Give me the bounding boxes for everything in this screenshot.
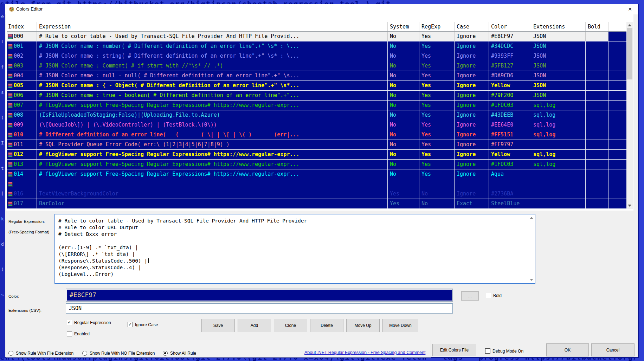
table-row[interactable]: 002# JSON Color name : string( # Differe… xyxy=(7,51,633,61)
row-cell[interactable]: Yes xyxy=(419,81,455,90)
row-cell[interactable]: No xyxy=(388,61,419,71)
row-index-cell[interactable]: 013 xyxy=(7,160,37,169)
row-cell[interactable]: Ignore xyxy=(455,110,489,120)
row-index-cell[interactable]: 004 xyxy=(7,71,37,80)
header-color[interactable]: Color xyxy=(489,22,531,31)
row-index-cell[interactable]: 014 xyxy=(7,169,37,179)
row-cell[interactable]: No xyxy=(388,150,419,159)
textarea-scroll-down-icon[interactable] xyxy=(530,279,533,281)
row-cell[interactable]: No xyxy=(388,140,419,149)
row-cell[interactable]: # JSON Color name : true - boolean( # Di… xyxy=(37,91,388,100)
row-cell[interactable]: Ignore xyxy=(455,61,489,71)
row-cell[interactable]: JSON xyxy=(531,51,586,61)
row-cell[interactable]: Ignore xyxy=(455,81,489,90)
row-cell[interactable]: JSON xyxy=(531,61,586,71)
row-cell[interactable]: Ignore xyxy=(455,160,489,169)
table-row[interactable]: 016TextViewerBackgroundColorYesNoIgnore#… xyxy=(7,189,633,199)
table-row[interactable]: 011# SQL Provider Queue Error Code( err:… xyxy=(7,140,633,150)
row-cell[interactable] xyxy=(586,32,608,41)
row-cell[interactable]: #E8CF97 xyxy=(489,32,531,41)
row-cell[interactable]: (IsFileUploadedToStaging:False)|(Uploadi… xyxy=(37,110,388,120)
row-cell[interactable]: Ignore xyxy=(455,51,489,61)
add-button[interactable]: Add xyxy=(238,319,271,332)
row-cell[interactable]: No xyxy=(388,71,419,80)
debug-mode-checkbox[interactable]: Debug Mode On xyxy=(485,348,523,354)
row-cell[interactable]: #9393FF xyxy=(489,51,531,61)
row-index-cell[interactable]: 001 xyxy=(7,41,37,51)
header-bold[interactable]: Bold xyxy=(586,22,608,31)
color-input[interactable]: #E8CF97 xyxy=(66,289,453,302)
header-case[interactable]: Case xyxy=(455,22,489,31)
row-cell[interactable] xyxy=(455,179,489,189)
row-cell[interactable] xyxy=(586,130,608,140)
row-cell[interactable] xyxy=(586,189,608,199)
row-cell[interactable] xyxy=(586,179,608,189)
scrollbar-thumb[interactable] xyxy=(627,28,632,79)
row-cell[interactable]: No xyxy=(388,91,419,100)
row-cell[interactable] xyxy=(586,120,608,130)
row-cell[interactable]: JSON xyxy=(531,91,586,100)
row-cell[interactable]: Ignore xyxy=(455,91,489,100)
row-cell[interactable]: Ignore xyxy=(455,101,489,110)
row-cell[interactable]: Yes xyxy=(388,189,419,199)
row-cell[interactable]: Yes xyxy=(419,160,455,169)
row-cell[interactable]: #43DEEB xyxy=(489,110,531,120)
cancel-button[interactable]: Cancel xyxy=(591,343,635,356)
row-cell[interactable]: Yes xyxy=(419,130,455,140)
row-index-cell[interactable]: 007 xyxy=(7,101,37,110)
row-cell[interactable] xyxy=(586,101,608,110)
row-cell[interactable]: JSON xyxy=(531,81,586,90)
regular-expression-checkbox[interactable]: Regular Expression xyxy=(67,320,111,325)
row-cell[interactable]: (\[QueueJob\]) | (\.VideoController) | (… xyxy=(37,120,388,130)
row-cell[interactable]: Ignore xyxy=(455,169,489,179)
row-cell[interactable]: sql,log xyxy=(531,120,586,130)
table-row[interactable]: 004# JSON Color name : null - null( # Di… xyxy=(7,71,633,81)
row-cell[interactable]: # fLogViewer support Free-Spacing Regula… xyxy=(37,160,388,169)
row-cell[interactable]: Yes xyxy=(419,51,455,61)
edit-colors-file-button[interactable]: Edit Colors File xyxy=(432,344,476,356)
row-cell[interactable]: # fLogViewer support Free-Spacing Regula… xyxy=(37,150,388,159)
radio-show-rule-with-no-file-extension[interactable]: Show Rule With NO File Extension xyxy=(82,351,155,356)
enabled-checkbox-box[interactable] xyxy=(67,331,72,336)
row-cell[interactable]: Exact xyxy=(455,199,489,208)
row-cell[interactable]: Yes xyxy=(419,41,455,51)
row-cell[interactable]: JSON xyxy=(531,41,586,51)
save-button[interactable]: Save xyxy=(201,319,235,332)
row-cell[interactable]: Aqua xyxy=(489,169,531,179)
table-row[interactable]: 012# fLogViewer support Free-Spacing Reg… xyxy=(7,150,633,160)
row-index-cell[interactable]: 006 xyxy=(7,91,37,100)
row-index-cell[interactable] xyxy=(7,179,37,189)
row-cell[interactable]: # JSON Color name : { - Object( # Differ… xyxy=(37,81,388,90)
header-index[interactable]: Index xyxy=(7,22,37,31)
row-index-cell[interactable]: 009 xyxy=(7,120,37,130)
row-cell[interactable] xyxy=(531,199,586,208)
row-cell[interactable]: Ignore xyxy=(455,189,489,199)
row-cell[interactable]: JSON xyxy=(531,71,586,80)
row-cell[interactable]: No xyxy=(388,32,419,41)
row-cell[interactable] xyxy=(586,91,608,100)
title-bar[interactable]: Colors Editor ✕ xyxy=(5,4,638,14)
row-cell[interactable]: SteelBlue xyxy=(489,199,531,208)
ok-button[interactable]: OK xyxy=(546,343,589,356)
row-cell[interactable]: sql,log xyxy=(531,130,586,140)
radio-circle[interactable] xyxy=(163,351,168,356)
table-row[interactable]: 010# Different definition of an error li… xyxy=(7,130,633,140)
row-cell[interactable] xyxy=(37,179,388,189)
debug-mode-checkbox-box[interactable] xyxy=(485,348,490,354)
row-cell[interactable] xyxy=(586,51,608,61)
table-row[interactable]: 013# fLogViewer support Free-Spacing Reg… xyxy=(7,160,633,169)
table-row[interactable]: 017BarColorYesNoExactSteelBlue xyxy=(7,199,633,209)
row-index-cell[interactable]: 000 xyxy=(7,32,37,41)
row-cell[interactable]: Yes xyxy=(419,91,455,100)
table-row[interactable]: 005# JSON Color name : { - Object( # Dif… xyxy=(7,81,633,91)
row-index-cell[interactable]: 012 xyxy=(7,150,37,159)
row-cell[interactable]: TextViewerBackgroundColor xyxy=(37,189,388,199)
table-row[interactable]: 003# JSON Color name : Comment( # if sta… xyxy=(7,61,633,71)
row-cell[interactable] xyxy=(489,179,531,189)
row-index-cell[interactable]: 011 xyxy=(7,140,37,149)
row-cell[interactable]: Yes xyxy=(388,199,419,208)
row-cell[interactable] xyxy=(586,41,608,51)
row-cell[interactable]: Ignore xyxy=(455,41,489,51)
table-row[interactable]: 001# JSON Color name : number( # Differe… xyxy=(7,41,633,51)
row-cell[interactable]: Yes xyxy=(419,32,455,41)
